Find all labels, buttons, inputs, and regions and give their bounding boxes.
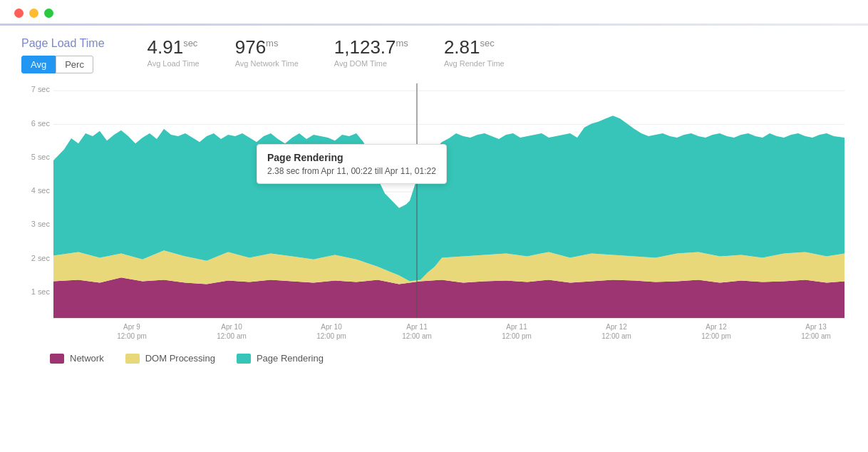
svg-text:Apr 10: Apr 10 xyxy=(221,323,242,331)
legend-label-dom: DOM Processing xyxy=(145,353,215,364)
metric-value-3: 2.81sec xyxy=(444,37,495,58)
legend-item-rendering: Page Rendering xyxy=(237,353,324,364)
dot-red[interactable] xyxy=(14,9,24,18)
legend-color-network xyxy=(50,354,64,364)
avg-button[interactable]: Avg xyxy=(21,56,56,73)
chart-title-area: Page Load Time Avg Perc xyxy=(21,37,105,73)
svg-text:Apr 11: Apr 11 xyxy=(506,323,527,331)
svg-text:7 sec: 7 sec xyxy=(31,85,51,93)
svg-text:12:00 pm: 12:00 pm xyxy=(316,332,346,340)
header-row: Page Load Time Avg Perc 4.91sec Avg Load… xyxy=(21,37,847,73)
svg-text:12:00 pm: 12:00 pm xyxy=(701,332,731,340)
metric-label-3: Avg Render Time xyxy=(444,59,505,68)
svg-text:1 sec: 1 sec xyxy=(31,287,51,296)
svg-text:Apr 11: Apr 11 xyxy=(406,323,428,331)
svg-text:5 sec: 5 sec xyxy=(31,153,51,161)
svg-text:Apr 10: Apr 10 xyxy=(321,323,342,331)
svg-text:12:00 pm: 12:00 pm xyxy=(117,332,147,340)
metric-0: 4.91sec Avg Load Time xyxy=(148,37,200,68)
btn-group: Avg Perc xyxy=(21,56,105,73)
svg-text:6 sec: 6 sec xyxy=(31,118,51,127)
metric-label-2: Avg DOM Time xyxy=(334,59,387,68)
svg-text:12:00 am: 12:00 am xyxy=(801,332,831,340)
metric-value-1: 976ms xyxy=(235,37,279,58)
svg-text:2 sec: 2 sec xyxy=(31,254,51,262)
svg-text:4 sec: 4 sec xyxy=(31,186,51,195)
svg-text:12:00 pm: 12:00 pm xyxy=(502,332,532,340)
dot-green[interactable] xyxy=(44,9,53,18)
metric-label-1: Avg Network Time xyxy=(235,59,299,68)
metric-1: 976ms Avg Network Time xyxy=(235,37,299,68)
perc-button[interactable]: Perc xyxy=(56,56,93,73)
title-bar xyxy=(0,0,868,24)
svg-text:3 sec: 3 sec xyxy=(31,220,51,228)
svg-text:Apr 9: Apr 9 xyxy=(123,323,140,331)
dot-yellow[interactable] xyxy=(29,9,38,18)
svg-text:12:00 am: 12:00 am xyxy=(601,332,631,340)
chart-container: 7 sec 6 sec 5 sec 4 sec 3 sec 2 sec 1 se… xyxy=(21,83,847,347)
metrics-row: 4.91sec Avg Load Time 976ms Avg Network … xyxy=(148,37,505,68)
svg-text:12:00 am: 12:00 am xyxy=(217,332,247,340)
legend: Network DOM Processing Page Rendering xyxy=(21,353,847,364)
legend-color-dom xyxy=(125,354,140,364)
metric-3: 2.81sec Avg Render Time xyxy=(444,37,505,68)
chart-svg: 7 sec 6 sec 5 sec 4 sec 3 sec 2 sec 1 se… xyxy=(21,83,847,347)
svg-text:Apr 13: Apr 13 xyxy=(805,323,827,331)
chart-title: Page Load Time xyxy=(21,37,105,50)
legend-label-network: Network xyxy=(70,353,104,364)
legend-label-rendering: Page Rendering xyxy=(257,353,324,364)
metric-2: 1,123.7ms Avg DOM Time xyxy=(334,37,408,68)
svg-point-17 xyxy=(413,168,420,175)
svg-text:Apr 12: Apr 12 xyxy=(606,323,627,331)
svg-text:Apr 12: Apr 12 xyxy=(706,323,727,331)
content-area: Page Load Time Avg Perc 4.91sec Avg Load… xyxy=(0,26,868,371)
metric-value-0: 4.91sec xyxy=(148,37,198,58)
metric-label-0: Avg Load Time xyxy=(148,59,200,68)
legend-item-network: Network xyxy=(50,353,104,364)
legend-item-dom: DOM Processing xyxy=(125,353,215,364)
metric-value-2: 1,123.7ms xyxy=(334,37,408,58)
svg-text:12:00 am: 12:00 am xyxy=(402,332,432,340)
legend-color-rendering xyxy=(237,354,251,364)
